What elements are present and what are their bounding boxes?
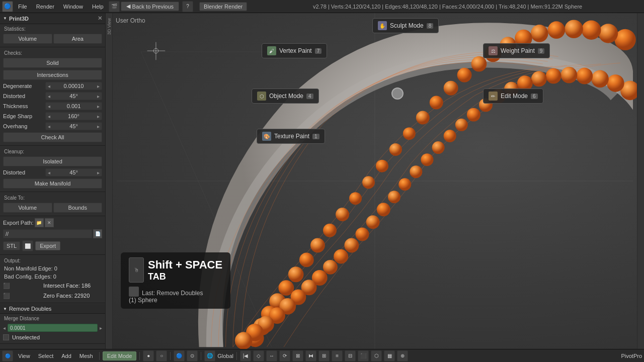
top-bar: 🔵 File Render Window Help 🎬 ◀ Back to Pr… — [0, 0, 644, 13]
pie-edit-mode[interactable]: ✏ Edit Mode 6 — [483, 88, 543, 104]
menu-window[interactable]: Window — [59, 3, 87, 11]
help-icon[interactable]: ? — [182, 1, 193, 12]
thickness-field[interactable]: ◂ 0.001 ▸ — [45, 102, 102, 110]
tool-icon-1[interactable]: |◀ — [240, 350, 251, 361]
blender-logo[interactable]: 🔵 — [2, 1, 13, 12]
tool-icon-11[interactable]: ⬡ — [371, 350, 382, 361]
unselected-checkbox[interactable] — [3, 334, 9, 340]
proportional-edit-icon[interactable]: ⊙ — [187, 350, 198, 361]
tool-icon-5[interactable]: ⊠ — [292, 350, 303, 361]
stl-export-row: STL ⬜ Export — [0, 239, 105, 252]
thickness-right-arrow[interactable]: ▸ — [97, 104, 100, 109]
cleanup-distorted-field[interactable]: ◂ 45° ▸ — [45, 168, 102, 176]
clear-path-btn[interactable]: ✕ — [45, 218, 54, 227]
export-btn[interactable]: Export — [35, 241, 60, 250]
engine-selector[interactable]: Blender Render — [199, 2, 247, 11]
distorted-right-arrow[interactable]: ▸ — [97, 94, 100, 99]
tool-icon-9[interactable]: ⊟ — [345, 350, 356, 361]
menu-file[interactable]: File — [14, 3, 31, 11]
shortcut-object: (1) Sphere — [129, 297, 222, 304]
right-strip — [637, 13, 644, 349]
bottom-add[interactable]: Add — [58, 352, 74, 360]
export-path-field[interactable]: // — [3, 229, 92, 238]
bottom-select[interactable]: Select — [35, 352, 57, 360]
pie-center-knob[interactable] — [391, 87, 404, 100]
svg-point-54 — [355, 227, 369, 241]
svg-point-26 — [299, 252, 314, 267]
tool-icon-4[interactable]: ⟳ — [279, 350, 290, 361]
overhang-right-arrow[interactable]: ▸ — [97, 124, 100, 129]
3d-view-tab[interactable]: 3D View — [106, 16, 113, 37]
merge-slider[interactable]: 0.0001 — [8, 324, 98, 332]
degenerate-field[interactable]: ◂ 0.00010 ▸ — [45, 82, 102, 90]
svg-point-8 — [548, 21, 566, 39]
merge-left-arrow[interactable]: ◂ — [3, 325, 6, 331]
tool-icon-13[interactable]: ⊕ — [397, 350, 408, 361]
distorted-field[interactable]: ◂ 45° ▸ — [45, 92, 102, 100]
volume-scale-btn[interactable]: Volume — [3, 203, 52, 213]
scale-to-label: Scale To: — [0, 193, 105, 202]
panel-header-print3d[interactable]: ▼ Print3D ✕ — [0, 13, 105, 24]
edge-sharp-field[interactable]: ◂ 160° ▸ — [45, 112, 102, 120]
merge-distance-row: ◂ 0.0001 ▸ — [0, 322, 105, 333]
svg-point-27 — [288, 266, 304, 282]
ortho-label: User Ortho — [116, 17, 145, 24]
tool-icon-3[interactable]: ↔ — [266, 350, 277, 361]
intersect-face-icon: ⬛ — [3, 283, 43, 289]
svg-point-20 — [376, 160, 388, 172]
menu-help[interactable]: Help — [88, 3, 108, 11]
viewport-shading-wire[interactable]: ○ — [156, 350, 167, 361]
bottom-view[interactable]: View — [15, 352, 33, 360]
top-bar-info: v2.78 | Verts:24,120/24,120 | Edges:48,1… — [251, 4, 644, 10]
svg-point-50 — [398, 178, 411, 191]
pie-vertex-paint[interactable]: 🖌 Vertex Paint 7 — [262, 43, 327, 58]
scale-to-section: Scale To: Volume Bounds — [0, 193, 105, 216]
snap-icon[interactable]: 🔵 — [174, 350, 185, 361]
overhang-field[interactable]: ◂ 45° ▸ — [45, 122, 102, 130]
svg-point-14 — [457, 68, 472, 82]
tool-icon-6[interactable]: ⧓ — [305, 350, 316, 361]
viewport[interactable]: User Ortho ✋ Sculpt Mode 8 🖌 Vertex Pain… — [106, 13, 644, 349]
svg-point-19 — [389, 143, 402, 156]
degenerate-right-arrow[interactable]: ▸ — [97, 83, 100, 89]
area-btn[interactable]: Area — [53, 34, 103, 44]
panel-close-btn[interactable]: ✕ — [98, 15, 102, 22]
volume-btn[interactable]: Volume — [3, 34, 52, 44]
format-dropdown[interactable]: STL — [3, 241, 20, 250]
svg-point-35 — [591, 70, 609, 88]
pie-weight-paint[interactable]: ⚖ Weight Paint 9 — [483, 43, 550, 58]
browse-path-btn[interactable]: 📁 — [35, 218, 44, 227]
pivot-pro-label[interactable]: PivotPro — [621, 353, 642, 359]
tool-icon-7[interactable]: ⊞ — [318, 350, 330, 361]
viewport-shading-solid[interactable]: ● — [143, 350, 154, 361]
intersections-btn[interactable]: Intersections — [3, 70, 102, 80]
make-manifold-btn[interactable]: Make Manifold — [3, 178, 102, 189]
remove-doubles-header[interactable]: ▼ Remove Doubles — [0, 304, 105, 314]
back-button[interactable]: ◀ Back to Previous — [121, 2, 180, 11]
edge-sharp-right-arrow[interactable]: ▸ — [97, 114, 100, 119]
tool-icon-10[interactable]: ⬛ — [358, 350, 369, 361]
pie-texture-paint[interactable]: 🎨 Texture Paint 1 — [257, 129, 325, 144]
check-all-btn[interactable]: Check All — [3, 132, 102, 142]
tool-icon-12[interactable]: ▦ — [384, 350, 395, 361]
solid-btn[interactable]: Solid — [3, 58, 102, 68]
pie-object-mode[interactable]: ⬡ Object Mode 4 — [252, 88, 319, 104]
file-icon[interactable]: 📄 — [93, 229, 102, 238]
stl-icon[interactable]: ⬜ — [22, 240, 33, 251]
merge-right-arrow[interactable]: ▸ — [100, 325, 102, 331]
svg-point-13 — [471, 56, 487, 72]
menu-render[interactable]: Render — [32, 3, 58, 11]
left-strip: 3D View — [106, 13, 113, 349]
tool-icon-2[interactable]: ◇ — [253, 350, 264, 361]
global-local-icon[interactable]: 🌐 — [204, 350, 215, 361]
isolated-btn[interactable]: Isolated — [3, 156, 102, 166]
mode-button[interactable]: Edit Mode — [103, 351, 137, 360]
bottom-logo[interactable]: 🔵 — [2, 350, 13, 361]
bottom-mesh[interactable]: Mesh — [76, 352, 96, 360]
pie-sculpt-mode[interactable]: ✋ Sculpt Mode 8 — [372, 18, 439, 33]
cleanup-distorted-right-arrow[interactable]: ▸ — [97, 170, 100, 175]
scene-icon[interactable]: 🎬 — [109, 1, 120, 12]
bounds-btn[interactable]: Bounds — [53, 203, 103, 213]
tool-icon-8[interactable]: ≡ — [332, 350, 343, 361]
global-label[interactable]: Global — [217, 353, 233, 359]
